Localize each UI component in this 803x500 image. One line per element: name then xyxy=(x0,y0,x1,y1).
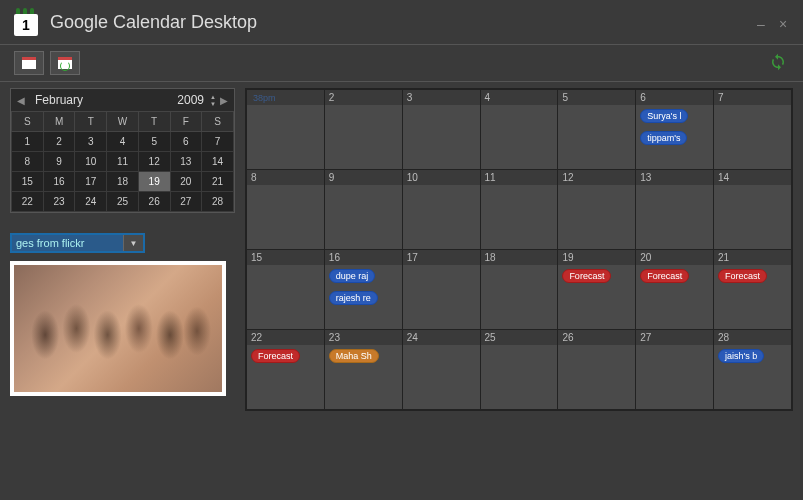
day-cell[interactable]: 15 xyxy=(247,250,325,330)
day-cell[interactable]: 19Forecast xyxy=(558,250,636,330)
day-number: 19 xyxy=(558,250,635,265)
sync-calendar-button[interactable] xyxy=(50,51,80,75)
day-cell[interactable]: 8 xyxy=(247,170,325,250)
next-month-button[interactable]: ▶ xyxy=(220,95,228,106)
day-cell[interactable]: 20Forecast xyxy=(636,250,714,330)
day-cell[interactable]: 5 xyxy=(558,90,636,170)
day-cell[interactable]: 21Forecast xyxy=(714,250,792,330)
mini-day-header: T xyxy=(138,112,170,132)
mini-day-cell[interactable]: 12 xyxy=(138,152,170,172)
day-number: 13 xyxy=(636,170,713,185)
mini-day-cell[interactable]: 9 xyxy=(43,152,75,172)
event-pill[interactable]: Forecast xyxy=(718,269,767,283)
day-number: 28 xyxy=(714,330,791,345)
mini-day-header: S xyxy=(202,112,234,132)
prev-month-button[interactable]: ◀ xyxy=(17,95,25,106)
image-source-dropdown[interactable]: ▼ xyxy=(10,233,145,253)
day-number: 7 xyxy=(714,90,791,105)
day-cell[interactable]: 16dupe rajrajesh re xyxy=(324,250,402,330)
event-pill[interactable]: Maha Sh xyxy=(329,349,379,363)
day-cell[interactable]: 7 xyxy=(714,90,792,170)
mini-day-cell[interactable]: 16 xyxy=(43,172,75,192)
app-logo-icon: 1 xyxy=(12,8,40,36)
mini-day-cell[interactable]: 26 xyxy=(138,192,170,212)
mini-day-cell[interactable]: 27 xyxy=(170,192,202,212)
day-cell[interactable]: 28jaish's b xyxy=(714,330,792,410)
mini-day-cell[interactable]: 8 xyxy=(12,152,44,172)
mini-day-cell[interactable]: 3 xyxy=(75,132,107,152)
day-number: 27 xyxy=(636,330,713,345)
mini-day-cell[interactable]: 7 xyxy=(202,132,234,152)
mini-day-cell[interactable]: 28 xyxy=(202,192,234,212)
day-number: 2 xyxy=(325,90,402,105)
day-cell[interactable]: 2 xyxy=(324,90,402,170)
day-cell[interactable]: 38pm xyxy=(247,90,325,170)
dropdown-input[interactable] xyxy=(12,235,123,251)
chevron-down-icon[interactable]: ▼ xyxy=(123,235,143,251)
mini-day-cell[interactable]: 13 xyxy=(170,152,202,172)
day-cell[interactable]: 11 xyxy=(480,170,558,250)
day-cell[interactable]: 3 xyxy=(402,90,480,170)
mini-day-header: M xyxy=(43,112,75,132)
day-cell[interactable]: 9 xyxy=(324,170,402,250)
day-cell[interactable]: 13 xyxy=(636,170,714,250)
flickr-photo xyxy=(10,261,226,396)
mini-day-cell[interactable]: 18 xyxy=(107,172,139,192)
refresh-icon[interactable] xyxy=(769,53,789,73)
mini-day-cell[interactable]: 25 xyxy=(107,192,139,212)
mini-day-cell[interactable]: 14 xyxy=(202,152,234,172)
mini-day-cell[interactable]: 23 xyxy=(43,192,75,212)
minimize-icon[interactable]: – xyxy=(757,16,769,28)
mini-day-cell[interactable]: 17 xyxy=(75,172,107,192)
day-cell[interactable]: 14 xyxy=(714,170,792,250)
new-event-button[interactable] xyxy=(14,51,44,75)
day-cell[interactable]: 26 xyxy=(558,330,636,410)
day-number: 6 xyxy=(636,90,713,105)
mini-calendar: ◀ February 2009 ▲▼ ▶ SMTWTFS 12345678910… xyxy=(10,88,235,213)
mini-day-cell[interactable]: 2 xyxy=(43,132,75,152)
mini-day-cell[interactable]: 5 xyxy=(138,132,170,152)
day-cell[interactable]: 24 xyxy=(402,330,480,410)
event-pill[interactable]: Forecast xyxy=(251,349,300,363)
day-cell[interactable]: 23Maha Sh xyxy=(324,330,402,410)
day-cell[interactable]: 18 xyxy=(480,250,558,330)
day-cell[interactable]: 12 xyxy=(558,170,636,250)
day-number: 12 xyxy=(558,170,635,185)
event-pill[interactable]: jaish's b xyxy=(718,349,764,363)
mini-day-cell[interactable]: 4 xyxy=(107,132,139,152)
mini-day-header: T xyxy=(75,112,107,132)
month-view: 38pm23456Surya's ltippam's78910111213141… xyxy=(245,88,793,411)
mini-day-cell[interactable]: 21 xyxy=(202,172,234,192)
day-cell[interactable]: 17 xyxy=(402,250,480,330)
day-cell[interactable]: 22Forecast xyxy=(247,330,325,410)
close-icon[interactable]: × xyxy=(779,16,791,28)
day-number: 5 xyxy=(558,90,635,105)
event-pill[interactable]: tippam's xyxy=(640,131,687,145)
sidebar: ◀ February 2009 ▲▼ ▶ SMTWTFS 12345678910… xyxy=(10,88,235,411)
mini-day-cell[interactable]: 6 xyxy=(170,132,202,152)
year-spinner[interactable]: ▲▼ xyxy=(210,94,216,107)
day-number: 18 xyxy=(481,250,558,265)
mini-day-cell[interactable]: 20 xyxy=(170,172,202,192)
event-pill[interactable]: rajesh re xyxy=(329,291,378,305)
mini-day-cell[interactable]: 24 xyxy=(75,192,107,212)
event-pill[interactable]: Forecast xyxy=(562,269,611,283)
event-pill[interactable]: Surya's l xyxy=(640,109,688,123)
mini-day-cell[interactable]: 11 xyxy=(107,152,139,172)
day-number: 11 xyxy=(481,170,558,185)
day-cell[interactable]: 6Surya's ltippam's xyxy=(636,90,714,170)
day-cell[interactable]: 4 xyxy=(480,90,558,170)
mini-day-cell[interactable]: 19 xyxy=(138,172,170,192)
mini-day-cell[interactable]: 15 xyxy=(12,172,44,192)
faint-time-label: 38pm xyxy=(251,91,278,105)
mini-day-cell[interactable]: 10 xyxy=(75,152,107,172)
day-number: 16 xyxy=(325,250,402,265)
day-cell[interactable]: 27 xyxy=(636,330,714,410)
event-pill[interactable]: dupe raj xyxy=(329,269,376,283)
mini-day-cell[interactable]: 1 xyxy=(12,132,44,152)
event-pill[interactable]: Forecast xyxy=(640,269,689,283)
day-cell[interactable]: 10 xyxy=(402,170,480,250)
mini-day-cell[interactable]: 22 xyxy=(12,192,44,212)
day-number: 14 xyxy=(714,170,791,185)
day-cell[interactable]: 25 xyxy=(480,330,558,410)
